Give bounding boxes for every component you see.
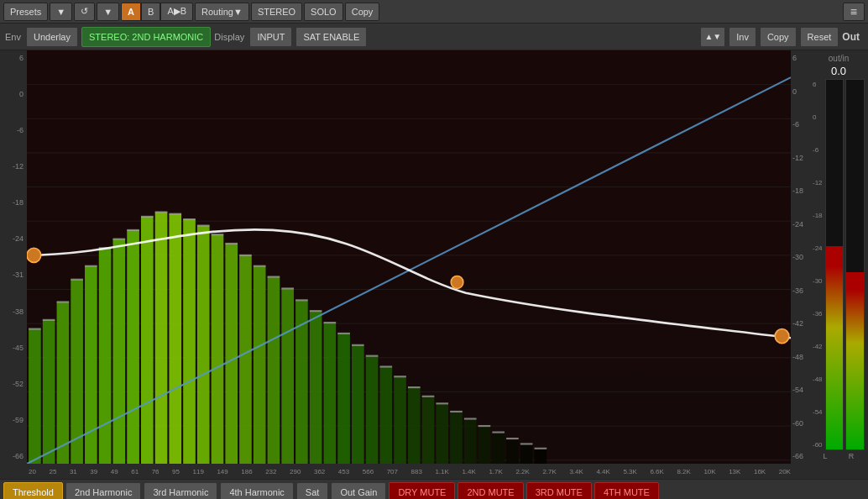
mute4-button[interactable]: 4TH MUTE [594, 482, 659, 500]
y-label-n66: -66 [13, 452, 24, 460]
yr-n18: -18 [792, 186, 803, 195]
svg-rect-31 [281, 288, 294, 464]
reset-button[interactable]: Reset [800, 27, 839, 47]
svg-point-90 [775, 329, 789, 344]
svg-rect-24 [183, 219, 196, 464]
stereo-2nd-tag: STEREO: 2ND HARMONIC [81, 27, 211, 47]
svg-rect-29 [254, 266, 266, 464]
bottom-bar: Threshold 2nd Harmonic 3rd Harmonic 4th … [0, 479, 868, 499]
y-label-n12: -12 [13, 162, 24, 171]
presets-dropdown[interactable]: ▼ [50, 3, 72, 21]
stereo-button[interactable]: STEREO [251, 3, 302, 21]
yr-n24: -24 [792, 220, 803, 228]
presets-button[interactable]: Presets [3, 3, 48, 21]
svg-point-89 [451, 276, 463, 288]
svg-rect-41 [422, 397, 435, 464]
harmonic4-button[interactable]: 4th Harmonic [220, 482, 293, 500]
sat-enable-button[interactable]: SAT ENABLE [295, 27, 367, 47]
svg-rect-48 [520, 444, 533, 464]
meter-fill-l [826, 246, 844, 449]
y-label-n52: -52 [13, 380, 24, 388]
yr-n12: -12 [792, 154, 803, 162]
dropdown-arrow[interactable]: ▼ [97, 3, 119, 21]
env-label: Env [5, 32, 21, 42]
svg-rect-37 [366, 356, 379, 464]
svg-rect-34 [324, 323, 337, 464]
yr-n36: -36 [792, 286, 803, 295]
second-bar: Env Underlay STEREO: 2ND HARMONIC Displa… [0, 24, 868, 50]
copy-top-button[interactable]: Copy [345, 3, 380, 21]
meter-bars [825, 79, 865, 450]
svg-rect-47 [506, 439, 519, 464]
ab-group: A B A▶B [121, 3, 193, 21]
svg-rect-44 [464, 419, 477, 464]
b-button[interactable]: B [141, 3, 160, 21]
svg-rect-22 [155, 213, 168, 464]
svg-rect-21 [141, 217, 154, 464]
svg-rect-30 [268, 277, 280, 464]
routing-label: Routing [201, 7, 233, 17]
display-label: Display [214, 32, 244, 42]
ab-copy-button[interactable]: A▶B [160, 3, 193, 21]
svg-rect-20 [127, 230, 139, 464]
svg-rect-15 [57, 302, 70, 464]
l-label: L [824, 452, 828, 460]
yr-n54: -54 [792, 386, 803, 394]
mute2-button[interactable]: 2ND MUTE [458, 482, 523, 500]
chart-svg [27, 50, 791, 464]
chart-area[interactable] [27, 50, 791, 464]
y-label-n18: -18 [13, 198, 24, 207]
svg-rect-49 [535, 449, 547, 464]
x-axis-labels: 20 25 31 39 49 61 76 95 119 149 186 232 … [29, 468, 791, 475]
main-area: 6 0 -6 -12 -18 -24 -31 -38 -45 -52 -59 -… [0, 50, 868, 464]
solo-button[interactable]: SOLO [304, 3, 343, 21]
a-button[interactable]: A [121, 3, 141, 21]
out-gain-button[interactable]: Out Gain [331, 482, 386, 500]
meter-bar-l [825, 79, 844, 450]
yr-n48: -48 [792, 353, 803, 361]
meter-container: 6 0 -6 -12 -18 -24 -30 -36 -42 -48 -54 -… [813, 79, 865, 450]
meter-fill-r [846, 272, 864, 449]
harmonic3-button[interactable]: 3rd Harmonic [144, 482, 217, 500]
yr-n30: -30 [792, 253, 803, 261]
svg-rect-18 [99, 248, 112, 464]
input-button[interactable]: INPUT [249, 27, 292, 47]
menu-button[interactable]: ≡ [843, 3, 865, 21]
output-section: out/in 0.0 6 0 -6 -12 -18 -24 -30 -36 -4… [809, 50, 868, 464]
svg-rect-23 [169, 214, 181, 464]
r-label: R [849, 452, 855, 460]
routing-button[interactable]: Routing ▼ [195, 3, 249, 21]
refresh-button[interactable]: ↺ [74, 3, 95, 21]
svg-rect-26 [212, 234, 224, 464]
x-axis: 20 25 31 39 49 61 76 95 119 149 186 232 … [0, 464, 868, 479]
sat-button[interactable]: Sat [296, 482, 329, 500]
svg-rect-19 [113, 239, 126, 464]
yr-0: 0 [792, 87, 797, 96]
svg-rect-28 [239, 255, 252, 464]
harmonic2-button[interactable]: 2nd Harmonic [65, 482, 141, 500]
up-down-arrows[interactable]: ▲▼ [700, 27, 725, 47]
y-label-n45: -45 [13, 344, 24, 352]
y-label-n31: -31 [13, 271, 24, 279]
dry-mute-button[interactable]: DRY MUTE [389, 482, 455, 500]
yr-n66: -66 [792, 452, 803, 460]
svg-rect-25 [197, 226, 210, 464]
mute3-button[interactable]: 3RD MUTE [526, 482, 592, 500]
svg-rect-13 [29, 329, 41, 464]
svg-rect-33 [310, 311, 322, 464]
svg-rect-38 [379, 366, 392, 464]
copy-second-button[interactable]: Copy [760, 27, 797, 47]
meter-bar-r [845, 79, 865, 450]
y-axis-right: 6 0 -6 -12 -18 -24 -30 -36 -42 -48 -54 -… [791, 50, 809, 464]
svg-rect-42 [436, 403, 448, 464]
underlay-button[interactable]: Underlay [26, 27, 78, 47]
y-axis-left: 6 0 -6 -12 -18 -24 -31 -38 -45 -52 -59 -… [0, 50, 27, 464]
yr-n6: -6 [792, 120, 799, 129]
y-label-n24: -24 [13, 234, 24, 243]
threshold-button[interactable]: Threshold [3, 482, 63, 500]
svg-rect-46 [492, 433, 505, 464]
y-label-6: 6 [19, 54, 24, 62]
svg-rect-36 [352, 345, 364, 464]
svg-rect-45 [478, 426, 491, 464]
inv-button[interactable]: Inv [729, 27, 756, 47]
